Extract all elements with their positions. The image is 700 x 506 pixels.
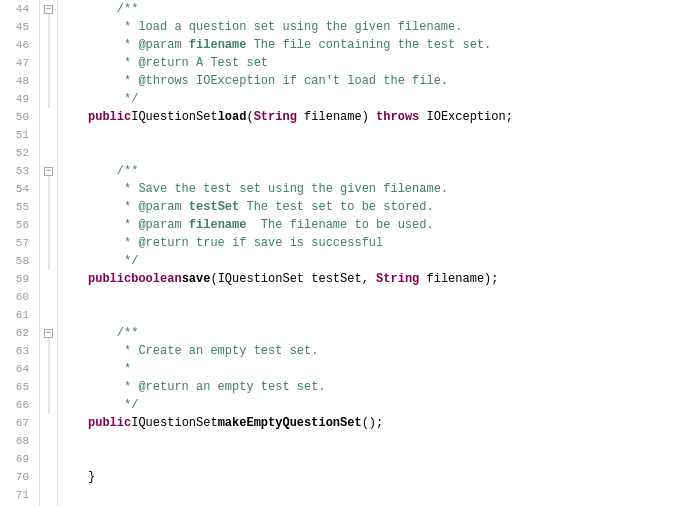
code-line: * @return an empty test set. — [88, 378, 700, 396]
fold-indicator[interactable] — [40, 54, 57, 72]
line-number: 48 — [0, 72, 33, 90]
code-line: * @return true if save is successful — [88, 234, 700, 252]
code-line: */ — [88, 90, 700, 108]
fold-indicator[interactable]: − — [40, 0, 57, 18]
code-line: * @param filename The file containing th… — [88, 36, 700, 54]
line-number: 68 — [0, 432, 33, 450]
code-line: * @param testSet The test set to be stor… — [88, 198, 700, 216]
line-number: 51 — [0, 126, 33, 144]
line-number: 66 — [0, 396, 33, 414]
fold-indicator[interactable] — [40, 18, 57, 36]
code-line — [88, 486, 700, 504]
fold-indicator[interactable] — [40, 378, 57, 396]
fold-indicator — [40, 126, 57, 144]
fold-indicator — [40, 450, 57, 468]
line-number: 61 — [0, 306, 33, 324]
fold-indicator — [40, 468, 57, 486]
line-number: 69 — [0, 450, 33, 468]
code-line: * Save the test set using the given file… — [88, 180, 700, 198]
fold-indicator — [40, 288, 57, 306]
fold-indicator[interactable] — [40, 396, 57, 414]
gutter: 4445464748495051525354555657585960616263… — [0, 0, 80, 506]
fold-indicator — [40, 486, 57, 504]
fold-box[interactable]: − — [44, 329, 53, 338]
line-number: 60 — [0, 288, 33, 306]
line-number: 71 — [0, 486, 33, 504]
code-line — [88, 306, 700, 324]
line-number: 57 — [0, 234, 33, 252]
code-line: * @param filename The filename to be use… — [88, 216, 700, 234]
line-number: 63 — [0, 342, 33, 360]
fold-indicator — [40, 270, 57, 288]
line-number: 55 — [0, 198, 33, 216]
line-numbers: 4445464748495051525354555657585960616263… — [0, 0, 40, 506]
fold-indicator[interactable]: − — [40, 324, 57, 342]
line-number: 49 — [0, 90, 33, 108]
fold-indicator — [40, 432, 57, 450]
line-number: 47 — [0, 54, 33, 72]
fold-indicator[interactable] — [40, 342, 57, 360]
line-number: 50 — [0, 108, 33, 126]
fold-box[interactable]: − — [44, 167, 53, 176]
code-line: * @throws IOException if can't load the … — [88, 72, 700, 90]
fold-indicator — [40, 306, 57, 324]
fold-indicator — [40, 144, 57, 162]
code-line: public IQuestionSet load(String filename… — [88, 108, 700, 126]
fold-indicator[interactable] — [40, 198, 57, 216]
code-line — [88, 144, 700, 162]
fold-indicator[interactable] — [40, 360, 57, 378]
fold-indicator[interactable] — [40, 252, 57, 270]
line-number: 70 — [0, 468, 33, 486]
fold-indicator[interactable] — [40, 216, 57, 234]
fold-box[interactable]: − — [44, 5, 53, 14]
line-number: 65 — [0, 378, 33, 396]
code-line: */ — [88, 396, 700, 414]
code-line — [88, 288, 700, 306]
line-number: 56 — [0, 216, 33, 234]
line-number: 46 — [0, 36, 33, 54]
line-number: 44 — [0, 0, 33, 18]
line-number: 67 — [0, 414, 33, 432]
fold-indicator[interactable] — [40, 180, 57, 198]
line-number: 62 — [0, 324, 33, 342]
line-number: 64 — [0, 360, 33, 378]
code-line: /** — [88, 324, 700, 342]
code-line: * load a question set using the given fi… — [88, 18, 700, 36]
code-line: } — [88, 468, 700, 486]
fold-indicator[interactable] — [40, 36, 57, 54]
code-line: public boolean save(IQuestionSet testSet… — [88, 270, 700, 288]
fold-indicators[interactable]: −−− — [40, 0, 58, 506]
code-line: * @return A Test set — [88, 54, 700, 72]
line-number: 58 — [0, 252, 33, 270]
code-line: public IQuestionSet makeEmptyQuestionSet… — [88, 414, 700, 432]
code-line: /** — [88, 0, 700, 18]
code-line — [88, 432, 700, 450]
code-line: * — [88, 360, 700, 378]
line-number: 52 — [0, 144, 33, 162]
line-number: 54 — [0, 180, 33, 198]
code-line: /** — [88, 162, 700, 180]
fold-indicator[interactable] — [40, 90, 57, 108]
fold-indicator[interactable]: − — [40, 162, 57, 180]
code-line: */ — [88, 252, 700, 270]
line-number: 45 — [0, 18, 33, 36]
line-number: 53 — [0, 162, 33, 180]
code-line: * Create an empty test set. — [88, 342, 700, 360]
code-editor: 4445464748495051525354555657585960616263… — [0, 0, 700, 506]
code-line — [88, 126, 700, 144]
code-area: /** * load a question set using the give… — [80, 0, 700, 506]
line-number: 59 — [0, 270, 33, 288]
code-line — [88, 450, 700, 468]
fold-indicator[interactable] — [40, 234, 57, 252]
fold-indicator — [40, 414, 57, 432]
fold-indicator — [40, 108, 57, 126]
fold-indicator[interactable] — [40, 72, 57, 90]
